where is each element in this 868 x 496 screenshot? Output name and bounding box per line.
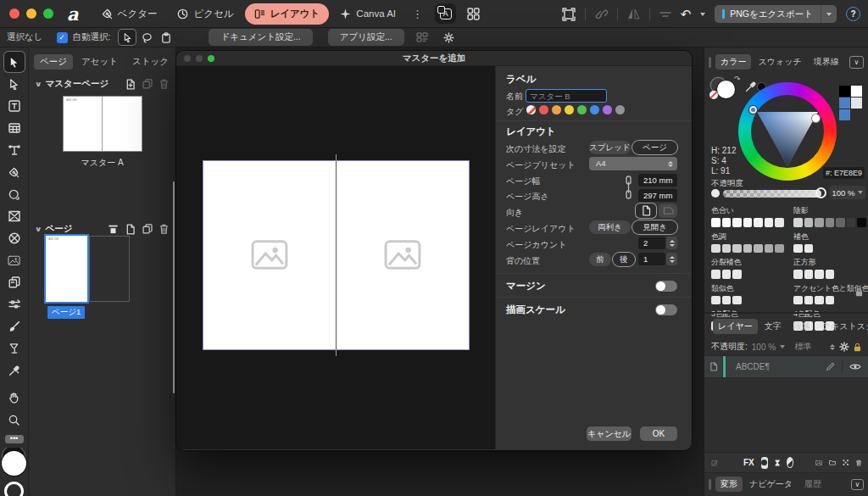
harmony-swatch[interactable] [815, 296, 824, 305]
tag-color-dot[interactable] [603, 105, 612, 114]
fill-tool[interactable] [4, 338, 25, 359]
delete-layer-trash-icon[interactable] [856, 458, 861, 468]
tab-swatches[interactable]: スウォッチ [753, 54, 806, 70]
no-color-well[interactable] [709, 91, 718, 99]
page-1-thumbnail[interactable]: ABCDE [46, 236, 87, 302]
harmony-swatch[interactable] [732, 270, 742, 279]
harmony-swatch[interactable] [826, 296, 835, 305]
color-picker-tool[interactable] [4, 360, 25, 381]
tab-transform[interactable]: 変形 [715, 476, 743, 492]
cancel-button[interactable]: キャンセル [587, 426, 632, 441]
edit-compose-icon[interactable] [711, 457, 718, 469]
mini-swatch[interactable] [839, 86, 850, 97]
page-height-input[interactable]: 297 mm [638, 189, 677, 202]
tab-color[interactable]: カラー [715, 54, 751, 70]
harmony-swatch[interactable] [765, 244, 774, 254]
place-image-tool[interactable] [4, 250, 25, 270]
frame-text-tool[interactable] [4, 96, 25, 116]
transparency-tool[interactable] [4, 294, 25, 315]
fx-effects-icon[interactable]: FX [743, 458, 754, 467]
harmony-swatch[interactable] [743, 218, 753, 227]
harmony-swatch[interactable] [804, 244, 814, 254]
autoselect-checkbox[interactable]: ✓ [57, 32, 68, 43]
node-tool[interactable] [4, 74, 25, 94]
tab-assets[interactable]: アセット [75, 54, 124, 70]
collapse-chevron-icon[interactable]: ∨ [35, 81, 42, 88]
language-button[interactable]: A [435, 3, 456, 24]
layer-row-abcde[interactable]: ABCDE¶ [704, 356, 868, 378]
harmony-swatch[interactable] [847, 218, 856, 227]
group-folder-icon[interactable] [829, 458, 836, 467]
sl-selector-dot[interactable] [812, 114, 820, 122]
page-1-label[interactable]: ページ1 [47, 306, 85, 319]
dims-spread-button[interactable]: スプレッド [589, 141, 631, 154]
link-dimensions-icon[interactable] [624, 175, 633, 200]
harmony-swatch[interactable] [711, 244, 721, 254]
harmony-swatch[interactable] [793, 218, 803, 227]
master-a-thumbnail[interactable]: ABCDE [64, 97, 142, 151]
master-a-label[interactable]: マスター A [29, 157, 175, 169]
opacity-slider-track[interactable] [723, 190, 821, 198]
layer-settings-gear-icon[interactable] [839, 342, 849, 352]
duplicate-master-icon[interactable] [142, 79, 153, 89]
adjustment-hourglass-icon[interactable] [775, 457, 780, 469]
layer-visibility-eye-icon[interactable] [849, 363, 861, 371]
duplicate-page-icon[interactable] [142, 224, 153, 234]
harmony-swatch[interactable] [754, 218, 763, 227]
opacity-slider-knob[interactable] [815, 187, 826, 198]
gear-icon[interactable] [443, 32, 454, 43]
more-personas-menu[interactable]: ⋮ [412, 8, 423, 20]
harmony-swatch[interactable] [722, 244, 732, 254]
studio-grid-icon[interactable] [467, 8, 480, 20]
ellipse-frame-tool[interactable] [4, 228, 25, 248]
blend-stepper[interactable] [830, 344, 835, 350]
tag-color-dot[interactable] [565, 105, 574, 114]
saturation-lightness-triangle[interactable] [738, 82, 837, 181]
dialog-minimize-button[interactable] [196, 55, 203, 62]
page-count-input[interactable]: 2 [638, 237, 665, 249]
harmony-swatch[interactable] [836, 218, 845, 227]
harmony-swatch[interactable] [732, 218, 742, 227]
ok-button[interactable]: OK [640, 426, 677, 441]
fill-color-well[interactable] [717, 81, 735, 98]
layout-facing-button[interactable]: 見開き [632, 220, 677, 234]
move-tool[interactable] [4, 52, 25, 72]
spine-front-button[interactable]: 前 [589, 253, 611, 266]
new-image-layer-icon[interactable] [815, 458, 822, 468]
tab-stock[interactable]: ストック [126, 54, 175, 70]
portrait-orientation-button[interactable] [636, 203, 656, 218]
link-icon[interactable] [595, 8, 608, 20]
layers-opacity-value[interactable]: 100 % [752, 343, 776, 352]
tab-stroke[interactable]: 境界線 [809, 54, 844, 70]
tab-navigator[interactable]: ナビゲータ [744, 476, 798, 492]
minimize-window-button[interactable] [26, 8, 36, 19]
spine-position-stepper[interactable] [666, 253, 677, 265]
spine-back-button[interactable]: 後 [613, 253, 635, 266]
blend-mode-dropdown[interactable]: 標準 [794, 341, 811, 353]
harmony-swatch[interactable] [765, 218, 774, 227]
mini-swatch[interactable] [851, 98, 862, 109]
harmony-swatch[interactable] [754, 244, 763, 254]
harmony-swatch[interactable] [804, 218, 814, 227]
pen-tool[interactable] [4, 162, 25, 182]
fill-color-well[interactable] [2, 451, 26, 476]
harmony-swatch[interactable] [793, 296, 803, 305]
tag-color-dot[interactable] [590, 105, 599, 114]
apply-master-icon[interactable] [108, 224, 119, 234]
align-icon[interactable] [659, 9, 671, 20]
harmony-swatch[interactable] [793, 270, 803, 279]
tag-color-dot[interactable] [539, 105, 548, 114]
mini-swatch[interactable] [839, 98, 850, 109]
hsl-color-wheel[interactable] [738, 82, 837, 181]
harmony-swatch[interactable] [732, 296, 742, 305]
artistic-text-tool[interactable] [4, 140, 25, 160]
harmony-swatch[interactable] [722, 270, 732, 279]
tab-layers[interactable]: レイヤー [713, 319, 758, 334]
undo-icon[interactable]: ↶ [681, 8, 692, 20]
layer-lock-icon[interactable] [854, 343, 861, 352]
select-cursor-toggle[interactable] [119, 30, 136, 45]
tag-color-dot[interactable] [577, 105, 587, 114]
color-panel-options-chevron[interactable]: ∨ [849, 56, 864, 69]
tab-text-styles[interactable]: テキストスタイル [817, 319, 868, 334]
master-name-input[interactable] [526, 89, 607, 103]
